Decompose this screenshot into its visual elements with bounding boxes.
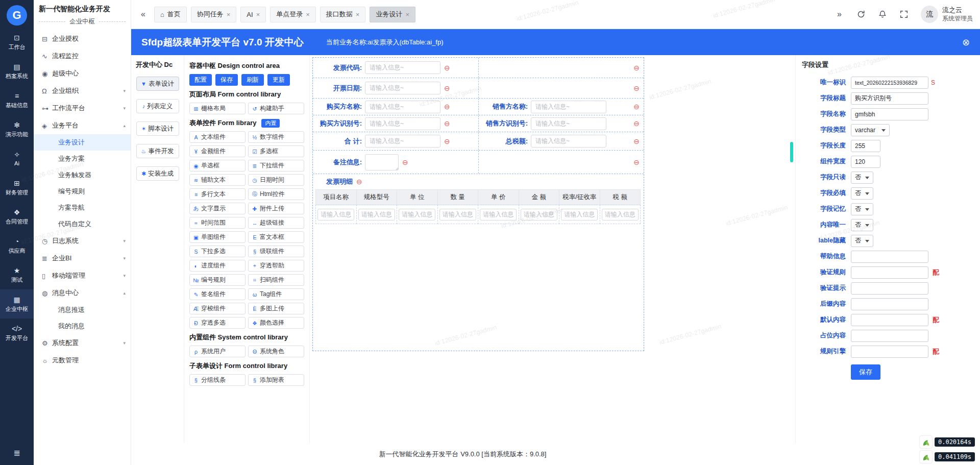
rail-item[interactable]: ▤ 档案系统 — [0, 57, 34, 86]
table-cell[interactable]: 请输入信息~ — [437, 205, 479, 224]
form-field-cell[interactable]: 销售方识别号: 请输入信息~ ⊖ — [478, 115, 644, 132]
form-component[interactable]: ≡ 多行文本 — [189, 188, 246, 200]
form-input[interactable]: 请输入信息~ — [531, 117, 606, 130]
form-component[interactable]: E 富文本框 — [248, 231, 304, 243]
form-component[interactable]: あ 文字显示 — [189, 203, 246, 214]
designer-action-button[interactable]: 保存 — [215, 74, 238, 86]
form-input[interactable]: 请输入信息~ — [365, 61, 440, 74]
form-component[interactable]: ω Tag组件 — [248, 288, 304, 300]
app-logo[interactable]: G — [7, 5, 27, 26]
save-button[interactable]: 保存 — [851, 364, 880, 380]
form-field-cell[interactable]: 备注信息: ⊖ — [313, 151, 478, 174]
form-field-cell[interactable]: 总税额: 请输入信息~ ⊖ — [478, 132, 644, 150]
tab[interactable]: 接口数据 × — [320, 7, 366, 22]
form-component[interactable]: ↔ 超级链接 — [248, 217, 304, 229]
form-component[interactable]: № 编号规则 — [189, 274, 246, 286]
form-component[interactable]: A 文本组件 — [189, 131, 246, 143]
form-component[interactable]: È 多图上传 — [248, 303, 304, 314]
rail-item[interactable]: ★ 测试 — [0, 260, 34, 289]
close-icon[interactable]: × — [227, 11, 231, 18]
table-cell[interactable]: 请输入信息~ — [478, 205, 519, 224]
empty-cell[interactable]: ⊖ — [478, 151, 644, 174]
dev-center-button[interactable]: ▼ 表单设计 — [136, 77, 179, 91]
form-input[interactable]: 请输入信息~ — [531, 101, 606, 113]
setting-input[interactable]: 购买方识别号 — [851, 92, 928, 105]
form-component[interactable]: ≣ 下拉组件 — [248, 160, 304, 172]
table-cell[interactable]: 请输入信息~ — [559, 205, 600, 224]
rail-item[interactable]: ◔ 供应商 — [0, 231, 34, 260]
sidebar-menu-item[interactable]: ⊶ 工作流平台 ▾ — [34, 100, 131, 117]
setting-input[interactable] — [851, 282, 928, 295]
sidebar-menu-item[interactable]: ◍ 消息中心 ▴ — [34, 284, 131, 302]
subform-component[interactable]: § 添加附表 — [248, 374, 304, 386]
remove-field-icon[interactable]: ⊖ — [633, 138, 640, 145]
sidebar-menu-item[interactable]: ∿ 流程监控 — [34, 47, 131, 65]
close-icon[interactable]: × — [356, 11, 360, 18]
empty-cell[interactable]: ⊖ — [478, 78, 644, 98]
tab[interactable]: 单点登录 × — [270, 7, 316, 22]
close-icon[interactable]: × — [256, 11, 260, 18]
setting-input[interactable] — [851, 314, 928, 326]
table-cell[interactable]: 请输入信息~ — [397, 205, 438, 224]
table-cell-input[interactable]: 请输入信息~ — [317, 209, 354, 221]
table-cell-input[interactable]: 请输入信息~ — [439, 209, 476, 221]
sidebar-menu-item[interactable]: 方案导航 — [34, 200, 131, 216]
sidebar-menu-item[interactable]: ◷ 日志系统 ▾ — [34, 232, 131, 250]
remove-cell-icon[interactable]: ⊖ — [633, 85, 640, 92]
form-input[interactable]: 请输入信息~ — [365, 101, 440, 113]
rail-item[interactable]: ❖ 合同管理 — [0, 202, 34, 231]
form-field-cell[interactable]: 发票代码: 请输入信息~ ⊖ — [313, 58, 478, 78]
menu-icon[interactable]: ≣ — [13, 448, 20, 458]
sidebar-menu-item[interactable]: ▯ 移动端管理 ▾ — [34, 267, 131, 284]
remark-textarea[interactable] — [365, 154, 399, 170]
form-component[interactable]: Ⓖ Html控件 — [248, 188, 304, 200]
tab[interactable]: AI × — [240, 7, 266, 22]
form-component[interactable]: § 级联组件 — [248, 246, 304, 257]
subform-component[interactable]: § 分组线条 — [189, 374, 246, 386]
user-menu[interactable]: 流 流之云 系统管理员 — [921, 6, 973, 23]
sidebar-menu-item[interactable]: 消息推送 — [34, 302, 131, 318]
sidebar-menu-item[interactable]: ☼ 元数管理 — [34, 352, 131, 369]
rail-item[interactable]: ≡ 基础信息 — [0, 86, 34, 115]
form-component[interactable]: ≈ 时间范围 — [189, 217, 246, 229]
sidebar-menu-item[interactable]: 业务方案 — [34, 151, 131, 167]
form-field-cell[interactable]: 销售方名称: 请输入信息~ ⊖ — [478, 99, 644, 115]
form-component[interactable]: ✚ 附件上传 — [248, 203, 304, 214]
form-component[interactable]: ◐ 进度组件 — [189, 260, 246, 272]
sidebar-menu-item[interactable]: 我的消息 — [34, 318, 131, 334]
form-input[interactable]: 请输入信息~ — [365, 135, 440, 148]
tab[interactable]: 协同任务 × — [191, 7, 237, 22]
sidebar-menu-item[interactable]: ⚙ 系统配置 ▾ — [34, 334, 131, 352]
layout-component[interactable]: ↺ 构建助手 — [248, 103, 304, 114]
table-cell[interactable]: 请输入信息~ — [315, 205, 357, 224]
setting-input[interactable] — [851, 298, 928, 310]
remove-field-icon[interactable]: ⊖ — [444, 103, 450, 110]
layout-component[interactable]: ⊞ 栅格布局 — [189, 103, 246, 114]
remove-field-icon[interactable]: ⊖ — [444, 138, 450, 145]
sidebar-menu-item[interactable]: ⊟ 企业授权 — [34, 30, 131, 47]
rail-item[interactable]: ⊡ 工作台 — [0, 28, 34, 57]
system-component[interactable]: ρ 系统用户 — [189, 346, 246, 357]
form-component[interactable]: ✎ 签名组件 — [189, 288, 246, 300]
config-link[interactable]: 配 — [933, 347, 939, 356]
rail-item[interactable]: ✻ 演示功能 — [0, 115, 34, 144]
close-icon[interactable]: × — [306, 11, 310, 18]
tab[interactable]: ⌂ 首页 — [154, 7, 187, 22]
collapse-right-icon[interactable]: » — [835, 10, 844, 19]
form-component[interactable]: ⌖ 穿透帮助 — [248, 260, 304, 272]
sidebar-menu-item[interactable]: 编号规则 — [34, 183, 131, 200]
form-field-cell[interactable]: 开票日期: 请输入信息~ ⊖ — [313, 78, 478, 98]
fullscreen-icon[interactable] — [899, 10, 909, 19]
sidebar-menu-item[interactable]: ≣ 企业BI ▾ — [34, 250, 131, 267]
form-input[interactable]: 请输入信息~ — [365, 117, 440, 130]
form-component[interactable]: ☑ 多选框 — [248, 145, 304, 157]
table-cell-input[interactable]: 请输入信息~ — [480, 209, 517, 221]
sidebar-menu-item[interactable]: ◉ 超级中心 — [34, 65, 131, 82]
setting-input[interactable] — [851, 346, 928, 358]
form-component[interactable]: ⌗ 扫码组件 — [248, 274, 304, 286]
config-link[interactable]: 配 — [933, 268, 939, 277]
setting-input[interactable]: 否 — [851, 219, 873, 231]
setting-input[interactable]: 否 — [851, 203, 873, 215]
table-cell-input[interactable]: 请输入信息~ — [602, 209, 639, 221]
remove-field-icon[interactable]: ⊖ — [444, 64, 450, 71]
